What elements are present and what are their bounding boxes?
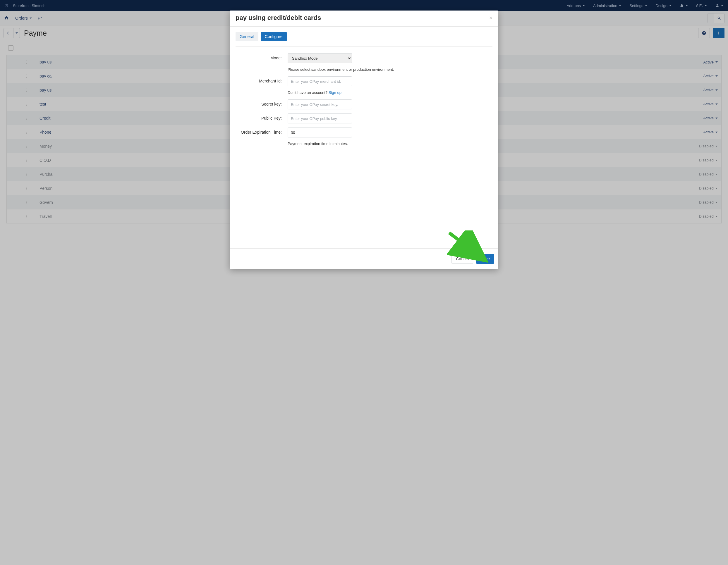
mode-help-text: Please select sandbox environment or pro…	[288, 67, 492, 72]
public-label: Public Key:	[236, 114, 288, 123]
public-key-input[interactable]	[288, 114, 352, 123]
tab-configure[interactable]: Configure	[261, 32, 287, 41]
signup-link[interactable]: Sign up	[329, 90, 341, 95]
secret-label: Secret key:	[236, 99, 288, 109]
close-icon: ×	[489, 15, 492, 21]
modal-close-button[interactable]: ×	[489, 15, 492, 21]
form-row-secret: Secret key:	[236, 99, 492, 109]
modal-tabs: General Configure	[236, 32, 492, 41]
form-row-public: Public Key:	[236, 114, 492, 123]
modal-header: pay using credit/debit cards ×	[230, 11, 498, 27]
modal-body: General Configure Mode: Sandbox Mode Ple…	[230, 27, 498, 224]
expiration-label: Order Expiration Time:	[236, 128, 288, 138]
merchant-id-input[interactable]	[288, 76, 352, 86]
form-row-expiration: Order Expiration Time:	[236, 128, 492, 138]
tab-general[interactable]: General	[236, 32, 258, 41]
payment-method-modal: pay using credit/debit cards × General C…	[230, 11, 498, 224]
modal-title: pay using credit/debit cards	[236, 14, 321, 22]
merchant-help-text: Don't have an account? Sign up	[288, 90, 492, 95]
merchant-help-prefix: Don't have an account?	[288, 90, 329, 95]
form-row-merchant: Merchant Id:	[236, 76, 492, 86]
secret-key-input[interactable]	[288, 99, 352, 109]
merchant-label: Merchant Id:	[236, 76, 288, 86]
expiration-input[interactable]	[288, 128, 352, 138]
modal-overlay: pay using credit/debit cards × General C…	[0, 0, 728, 224]
expiration-help-text: Payment expiration time in minutes.	[288, 142, 492, 146]
mode-label: Mode:	[236, 53, 288, 63]
mode-select[interactable]: Sandbox Mode	[288, 53, 352, 63]
form-row-mode: Mode: Sandbox Mode	[236, 53, 492, 63]
